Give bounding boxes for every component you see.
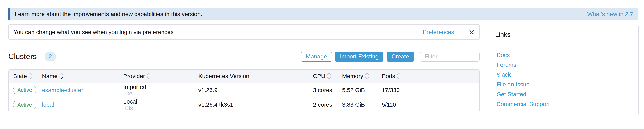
name-cell: example-cluster [42,83,123,98]
column-header-pods[interactable]: Pods [382,70,479,83]
table-row: Active local Local K3s v1.26.4+k3s1 2 co… [8,98,479,112]
memory-cell: 3.83 GiB [342,98,382,112]
links-panel-title: Links [490,26,638,44]
provider-distro: K3s [123,105,198,111]
import-existing-button[interactable]: Import Existing [335,52,383,62]
kubernetes-version-cell: v1.26.9 [198,83,313,98]
column-header-cpu[interactable]: CPU [313,70,342,83]
page-title: Clusters [8,52,37,61]
whats-new-link[interactable]: What's new in 2.7 [587,11,633,18]
pods-cell: 17/330 [382,83,479,98]
kubernetes-version-cell: v1.26.4+k3s1 [198,98,313,112]
preferences-banner: You can change what you see when you log… [8,24,480,40]
close-icon[interactable]: × [469,27,474,37]
version-banner: Learn more about the improvements and ne… [8,8,638,20]
sort-icon [328,73,330,79]
link-slack[interactable]: Slack [496,70,638,80]
name-cell: local [42,98,123,112]
provider-name: Local [123,98,198,105]
sort-icon [148,73,150,79]
state-cell: Active [8,98,42,112]
status-badge: Active [13,100,36,109]
provider-cell: Local K3s [123,98,198,112]
pods-cell: 5/110 [382,98,479,112]
link-forums[interactable]: Forums [496,60,638,70]
column-header-memory[interactable]: Memory [342,70,382,83]
rancher-home-page: Learn more about the improvements and ne… [0,0,644,129]
links-list: Docs Forums Slack File an Issue Get Star… [490,44,638,109]
column-header-state[interactable]: State [8,70,42,83]
provider-distro: Lke [123,90,198,97]
column-header-name[interactable]: Name [42,70,123,83]
sort-icon [60,73,62,79]
clusters-header: Clusters 2 Manage Import Existing Create [8,50,480,63]
links-panel: Links Docs Forums Slack File an Issue Ge… [490,26,638,114]
sort-icon [29,73,32,79]
link-file-an-issue[interactable]: File an Issue [496,80,638,89]
link-docs[interactable]: Docs [496,50,638,60]
version-banner-message: Learn more about the improvements and ne… [15,11,587,18]
state-cell: Active [8,83,42,98]
clusters-table: State Name Provider Kubernetes Version C… [8,69,480,112]
sort-icon [366,73,368,79]
memory-cell: 5.52 GiB [342,83,382,98]
cpu-cell: 2 cores [313,98,342,112]
provider-cell: Imported Lke [123,83,198,98]
provider-name: Imported [123,84,198,90]
cluster-count-badge: 2 [45,52,56,61]
preferences-banner-message: You can change what you see when you log… [14,29,422,36]
cluster-link-local[interactable]: local [42,102,54,108]
cluster-link-example-cluster[interactable]: example-cluster [42,87,83,93]
column-header-provider[interactable]: Provider [123,70,198,83]
create-button[interactable]: Create [387,52,414,62]
filter-input[interactable] [420,52,480,62]
table-row: Active example-cluster Imported Lke v1.2… [8,83,479,98]
cpu-cell: 3 cores [313,83,342,98]
preferences-link[interactable]: Preferences [422,29,454,36]
status-badge: Active [13,86,36,94]
manage-button[interactable]: Manage [301,52,332,62]
sort-icon [398,73,400,79]
link-commercial-support[interactable]: Commercial Support [496,99,638,109]
table-header-row: State Name Provider Kubernetes Version C… [8,70,479,83]
column-header-kubernetes-version: Kubernetes Version [198,70,313,83]
link-get-started[interactable]: Get Started [496,89,638,99]
